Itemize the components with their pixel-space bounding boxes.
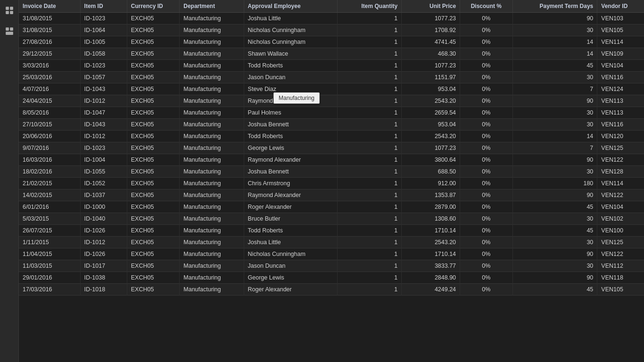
table-header-row: Invoice DateItem IDCurrency IDDepartment… [19,0,644,13]
cell-item_id: ID-1012 [80,131,127,142]
cell-unit_price: 2848.90 [402,272,460,284]
cell-currency_id: EXCH05 [127,272,180,284]
cell-payment_term_days: 30 [512,119,597,131]
cell-discount: 0% [460,237,513,248]
cell-department: Manufacturing [180,95,244,107]
cell-vendor_id: VEN113 [597,95,644,107]
cell-department: Manufacturing [180,272,244,284]
cell-currency_id: EXCH05 [127,201,180,213]
cell-unit_price: 1353.87 [402,189,460,201]
cell-payment_term_days: 14 [512,36,597,48]
cell-approval_employee: Nicholas Cunningham [244,25,337,36]
cell-payment_term_days: 90 [512,272,597,284]
table-row: 4/07/2016ID-1043EXCH05ManufacturingSteve… [19,83,644,95]
cell-invoice_date: 18/02/2016 [19,166,80,178]
cell-approval_employee: Todd Roberts [244,60,337,72]
svg-rect-4 [6,27,9,31]
cell-currency_id: EXCH05 [127,154,180,166]
cell-item_id: ID-1052 [80,178,127,189]
cell-discount: 0% [460,13,513,25]
cell-unit_price: 953.04 [402,119,460,131]
cell-department: Manufacturing [180,83,244,95]
cell-currency_id: EXCH05 [127,60,180,72]
th-discount[interactable]: Discount % [460,0,513,13]
main-content: Invoice DateItem IDCurrency IDDepartment… [19,0,644,362]
cell-discount: 0% [460,272,513,284]
th-approval_employee[interactable]: Approval Employee [244,0,337,13]
cell-approval_employee: George Lewis [244,272,337,284]
cell-invoice_date: 5/03/2015 [19,213,80,225]
cell-item_id: ID-1017 [80,260,127,272]
th-payment_term_days[interactable]: Payment Term Days [512,0,597,13]
cell-vendor_id: VEN122 [597,189,644,201]
table-row: 5/03/2015ID-1040EXCH05ManufacturingBruce… [19,213,644,225]
th-item_quantity[interactable]: Item Quantity [337,0,401,13]
cell-item_quantity: 1 [337,225,401,237]
cell-invoice_date: 1/11/2015 [19,237,80,248]
cell-currency_id: EXCH05 [127,260,180,272]
cell-discount: 0% [460,225,513,237]
cell-department: Manufacturing [180,36,244,48]
th-item_id[interactable]: Item ID [80,0,127,13]
table-row: 17/03/2016ID-1018EXCH05ManufacturingRoge… [19,284,644,296]
cell-unit_price: 912.00 [402,178,460,189]
cell-invoice_date: 27/08/2016 [19,36,80,48]
cell-department: Manufacturing [180,72,244,83]
th-unit_price[interactable]: Unit Price [402,0,460,13]
cell-item_id: ID-1043 [80,83,127,95]
cell-item_quantity: 1 [337,154,401,166]
table-row: 1/11/2015ID-1012EXCH05ManufacturingJoshu… [19,237,644,248]
cell-currency_id: EXCH05 [127,248,180,260]
svg-rect-3 [10,11,13,14]
th-vendor_id[interactable]: Vendor ID [597,0,644,13]
cell-department: Manufacturing [180,248,244,260]
cell-payment_term_days: 7 [512,83,597,95]
layout-icon[interactable] [3,25,16,38]
grid-icon[interactable] [3,4,16,17]
cell-invoice_date: 8/05/2016 [19,107,80,119]
cell-currency_id: EXCH05 [127,48,180,60]
cell-currency_id: EXCH05 [127,131,180,142]
th-department[interactable]: Department [180,0,244,13]
cell-vendor_id: VEN116 [597,72,644,83]
cell-currency_id: EXCH05 [127,13,180,25]
cell-approval_employee: Jason Duncan [244,260,337,272]
cell-department: Manufacturing [180,178,244,189]
table-container[interactable]: Invoice DateItem IDCurrency IDDepartment… [19,0,644,362]
cell-vendor_id: VEN116 [597,119,644,131]
cell-vendor_id: VEN102 [597,213,644,225]
table-row: 11/04/2015ID-1026EXCH05ManufacturingNich… [19,248,644,260]
table-row: 16/03/2016ID-1004EXCH05ManufacturingRaym… [19,154,644,166]
cell-approval_employee: Joshua Little [244,13,337,25]
cell-item_id: ID-1023 [80,60,127,72]
cell-unit_price: 468.30 [402,48,460,60]
cell-item_quantity: 1 [337,189,401,201]
th-currency_id[interactable]: Currency ID [127,0,180,13]
cell-invoice_date: 21/02/2015 [19,178,80,189]
cell-unit_price: 3833.77 [402,260,460,272]
cell-vendor_id: VEN118 [597,272,644,284]
cell-discount: 0% [460,25,513,36]
cell-item_quantity: 1 [337,60,401,72]
cell-approval_employee: Jason Duncan [244,72,337,83]
cell-department: Manufacturing [180,284,244,296]
cell-item_id: ID-1058 [80,48,127,60]
cell-invoice_date: 3/03/2016 [19,60,80,72]
table-row: 31/08/2015ID-1064EXCH05ManufacturingNich… [19,25,644,36]
cell-payment_term_days: 14 [512,48,597,60]
cell-unit_price: 2543.20 [402,131,460,142]
table-row: 27/10/2015ID-1043EXCH05ManufacturingJosh… [19,119,644,131]
cell-discount: 0% [460,60,513,72]
cell-item_quantity: 1 [337,36,401,48]
cell-vendor_id: VEN105 [597,284,644,296]
cell-vendor_id: VEN122 [597,154,644,166]
table-row: 14/02/2015ID-1037EXCH05ManufacturingRaym… [19,189,644,201]
th-invoice_date[interactable]: Invoice Date [19,0,80,13]
cell-item_quantity: 1 [337,272,401,284]
cell-unit_price: 1710.14 [402,248,460,260]
table-row: 3/03/2016ID-1023EXCH05ManufacturingTodd … [19,60,644,72]
cell-item_quantity: 1 [337,237,401,248]
cell-item_id: ID-1023 [80,142,127,154]
cell-currency_id: EXCH05 [127,237,180,248]
cell-approval_employee: Shawn Wallace [244,48,337,60]
